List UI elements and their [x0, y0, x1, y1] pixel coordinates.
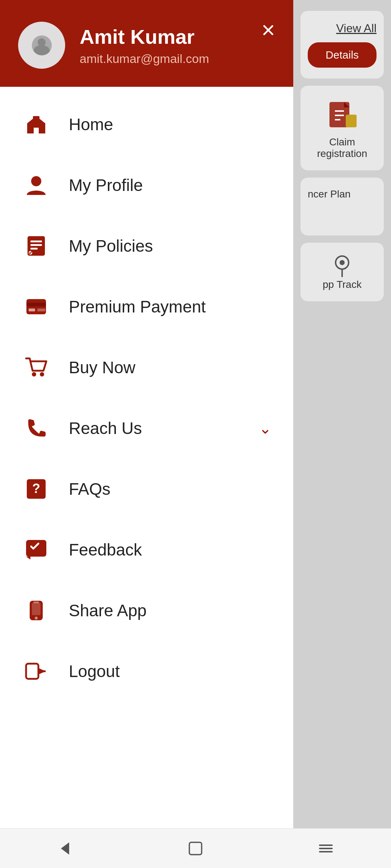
- premium-payment-label: Premium Payment: [69, 297, 272, 316]
- svg-rect-26: [32, 603, 41, 615]
- svg-rect-17: [26, 303, 46, 306]
- svg-point-20: [32, 372, 36, 376]
- phone-icon: [22, 414, 51, 443]
- close-button[interactable]: ×: [261, 18, 275, 42]
- my-profile-label: My Profile: [69, 175, 272, 195]
- sidebar-item-reach-us[interactable]: Reach Us ⌄: [0, 398, 293, 459]
- cart-icon: [22, 353, 51, 382]
- profile-icon: [22, 171, 51, 200]
- svg-rect-14: [30, 248, 38, 250]
- buy-now-label: Buy Now: [69, 358, 272, 377]
- home-label: Home: [69, 115, 272, 134]
- sidebar-item-my-profile[interactable]: My Profile: [0, 155, 293, 216]
- app-track-label: pp Track: [323, 279, 361, 290]
- avatar-icon: [32, 35, 52, 55]
- policies-icon: [22, 231, 51, 260]
- bg-card-3: ncer Plan: [300, 178, 384, 235]
- avatar: [18, 22, 65, 69]
- faqs-label: FAQs: [69, 479, 272, 499]
- claim-icon: [328, 100, 357, 133]
- logout-icon: [22, 657, 51, 686]
- bottom-navigation-bar: [0, 828, 391, 868]
- back-button[interactable]: [51, 834, 80, 863]
- user-info: Amit Kumar amit.kumar@gmail.com: [80, 25, 275, 66]
- claim-label: Claim: [329, 136, 355, 148]
- bg-card-1: View All Details: [300, 11, 384, 78]
- faq-icon: ?: [22, 475, 51, 503]
- home-icon: [22, 110, 51, 139]
- svg-rect-16: [26, 299, 46, 314]
- svg-rect-13: [30, 244, 42, 246]
- svg-rect-18: [29, 309, 35, 311]
- navigation-drawer: Amit Kumar amit.kumar@gmail.com × Home: [0, 0, 293, 868]
- sidebar-item-buy-now[interactable]: Buy Now: [0, 337, 293, 398]
- svg-rect-29: [26, 664, 38, 679]
- bg-card-2: Claim registration: [300, 86, 384, 170]
- sidebar-item-my-policies[interactable]: My Policies: [0, 216, 293, 276]
- sidebar-item-premium-payment[interactable]: Premium Payment: [0, 276, 293, 337]
- svg-point-7: [340, 260, 345, 265]
- svg-rect-12: [30, 241, 42, 242]
- sidebar-item-share-app[interactable]: Share App: [0, 580, 293, 641]
- svg-point-21: [40, 372, 44, 376]
- svg-rect-24: [26, 540, 46, 557]
- svg-rect-2: [346, 115, 357, 127]
- sidebar-item-feedback[interactable]: Feedback: [0, 519, 293, 580]
- details-button[interactable]: Details: [308, 42, 377, 68]
- feedback-label: Feedback: [69, 540, 272, 559]
- svg-text:?: ?: [32, 481, 40, 496]
- svg-marker-31: [62, 843, 69, 854]
- background-right-panel: View All Details Claim registration ncer…: [293, 0, 391, 868]
- svg-rect-32: [189, 842, 202, 855]
- menu-button[interactable]: [311, 834, 340, 863]
- reach-us-label: Reach Us: [69, 418, 252, 438]
- cancer-plan-label: ncer Plan: [308, 188, 350, 200]
- share-app-label: Share App: [69, 601, 272, 620]
- location-icon: [331, 254, 353, 279]
- svg-point-10: [31, 176, 41, 186]
- sidebar-item-home[interactable]: Home: [0, 94, 293, 155]
- user-name: Amit Kumar: [80, 25, 275, 49]
- registration-label: registration: [317, 148, 367, 159]
- feedback-icon: [22, 535, 51, 564]
- user-email: amit.kumar@gmail.com: [80, 52, 275, 66]
- share-icon: [22, 596, 51, 625]
- chevron-down-icon: ⌄: [259, 420, 272, 437]
- drawer-header: Amit Kumar amit.kumar@gmail.com ×: [0, 0, 293, 87]
- home-button[interactable]: [181, 834, 210, 863]
- svg-rect-9: [33, 116, 39, 121]
- my-policies-label: My Policies: [69, 236, 272, 256]
- payment-icon: [22, 292, 51, 321]
- svg-rect-28: [33, 601, 39, 603]
- view-all-text: View All: [336, 22, 377, 35]
- sidebar-item-faqs[interactable]: ? FAQs: [0, 459, 293, 519]
- svg-point-27: [35, 617, 38, 620]
- svg-rect-19: [37, 309, 45, 311]
- sidebar-item-logout[interactable]: Logout: [0, 641, 293, 702]
- logout-label: Logout: [69, 661, 272, 681]
- menu-list: Home My Profile: [0, 87, 293, 868]
- bg-card-4: pp Track: [300, 243, 384, 301]
